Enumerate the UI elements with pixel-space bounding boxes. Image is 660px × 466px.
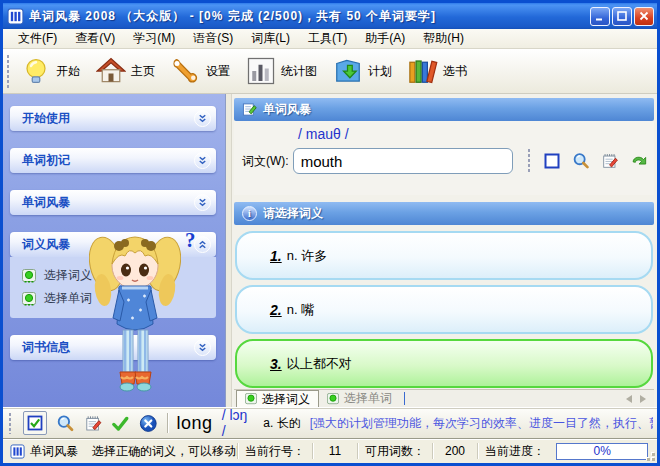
tab-label: 选择单词	[344, 390, 392, 407]
books-icon	[408, 56, 438, 86]
info-icon: i	[242, 206, 257, 221]
sidebar-splitter[interactable]	[225, 94, 232, 407]
stats-button[interactable]: 统计图	[240, 52, 327, 90]
body: 开始使用 单词初记 单词风暴	[3, 94, 657, 407]
word-phonetic: / mauθ /	[298, 126, 648, 145]
prompt-title: 请选择词义	[263, 205, 323, 222]
menu-lexicon[interactable]: 词库(L)	[242, 29, 299, 48]
maximize-icon	[616, 10, 628, 22]
meaning-options: 1. n. 许多 2. n. 嘴 3. 以上都不对	[234, 225, 654, 389]
word-field-label: 词文(W):	[242, 153, 289, 170]
group-title: 词书信息	[22, 339, 70, 356]
sidebar-header-first-memorize[interactable]: 单词初记	[10, 148, 216, 173]
chevron-up-icon[interactable]	[194, 236, 211, 253]
option-1[interactable]: 1. n. 许多	[235, 231, 653, 280]
menu-tools[interactable]: 工具(T)	[299, 29, 356, 48]
option-number: 2.	[270, 302, 282, 318]
settings-label: 设置	[206, 63, 230, 80]
tab-choose-meaning[interactable]: 选择词义	[236, 390, 319, 407]
option-3-selected[interactable]: 3. 以上都不对	[235, 339, 653, 388]
main-toolbar: 开始 主页 设置 统计图	[3, 49, 657, 94]
main-panel: 单词风暴 / mauθ / 词文(W):	[232, 94, 657, 407]
bottom-toolbar: long / lɔŋ / a. 长的 [强大的计划管理功能，每次学习的效率、进度…	[3, 407, 657, 438]
group-title: 词义风暴	[22, 236, 70, 253]
title-bar[interactable]: 单词风暴 2008 （大众版） - [0% 完成 (2/500)，共有 50 个…	[3, 3, 657, 29]
stats-label: 统计图	[281, 63, 317, 80]
lightbulb-icon	[21, 56, 51, 86]
sidebar-group-getting-started: 开始使用	[10, 106, 216, 131]
start-button[interactable]: 开始	[15, 52, 90, 90]
status-line-value: 11	[313, 439, 357, 463]
bottom-toolbar-grip[interactable]	[8, 412, 13, 434]
scroll-left-icon[interactable]	[626, 395, 632, 403]
status-app: 单词风暴	[3, 439, 85, 463]
bar-chart-icon	[246, 56, 276, 86]
tab-scroll-buttons	[626, 390, 654, 407]
minimize-icon	[594, 10, 606, 22]
mini-toolbar-grip[interactable]	[527, 148, 532, 174]
settings-button[interactable]: 设置	[165, 52, 240, 90]
option-2[interactable]: 2. n. 嘴	[235, 285, 653, 334]
start-label: 开始	[56, 63, 80, 80]
current-word-meaning: a. 长的	[263, 415, 300, 432]
notepad-edit-icon[interactable]	[601, 152, 619, 170]
status-app-name: 单词风暴	[30, 443, 78, 460]
menu-file[interactable]: 文件(F)	[9, 29, 66, 48]
choose-book-button[interactable]: 选书	[402, 52, 477, 90]
word-input[interactable]	[293, 148, 513, 174]
scroll-right-icon[interactable]	[640, 395, 646, 403]
plan-folder-icon	[333, 56, 363, 86]
toolbar-grip[interactable]	[6, 54, 11, 88]
chevron-down-icon[interactable]	[194, 110, 211, 127]
close-button[interactable]	[634, 7, 654, 26]
green-led-icon	[327, 393, 339, 405]
menu-learn[interactable]: 学习(M)	[124, 29, 184, 48]
group-title: 单词初记	[22, 152, 70, 169]
wordstorm-logo-icon	[7, 8, 24, 25]
option-text: n. 许多	[287, 247, 327, 265]
panel-title: 单词风暴	[263, 101, 311, 118]
menu-view[interactable]: 查看(V)	[66, 29, 124, 48]
current-word: long	[177, 413, 213, 434]
item-label: 选择词义	[44, 267, 92, 284]
anime-girl-mascot	[89, 222, 181, 394]
resize-grip[interactable]	[648, 439, 657, 463]
notepad-edit-icon[interactable]	[84, 414, 103, 433]
home-label: 主页	[131, 63, 155, 80]
menu-voice[interactable]: 语音(S)	[184, 29, 242, 48]
tab-choose-word[interactable]: 选择单词	[319, 390, 400, 407]
status-words-value: 200	[433, 439, 477, 463]
chevron-down-icon[interactable]	[194, 194, 211, 211]
green-check-icon[interactable]	[111, 414, 130, 433]
home-button[interactable]: 主页	[90, 52, 165, 90]
undo-arrow-icon[interactable]	[630, 152, 648, 170]
tab-cursor	[404, 392, 405, 405]
chevron-down-icon[interactable]	[194, 339, 211, 356]
option-text: 以上都不对	[287, 355, 352, 373]
green-led-icon	[22, 292, 36, 306]
checked-checkbox-button[interactable]	[23, 411, 47, 435]
green-led-icon	[245, 393, 257, 405]
help-question-mark[interactable]: ?	[185, 228, 196, 253]
chevron-down-icon[interactable]	[194, 152, 211, 169]
menu-bar: 文件(F) 查看(V) 学习(M) 语音(S) 词库(L) 工具(T) 助手(A…	[3, 29, 657, 49]
magnifier-icon[interactable]	[572, 152, 590, 170]
maximize-button[interactable]	[612, 7, 632, 26]
magnifier-icon[interactable]	[56, 414, 75, 433]
minimize-button[interactable]	[590, 7, 610, 26]
blue-close-ball-icon[interactable]	[139, 414, 158, 433]
menu-help[interactable]: 帮助(H)	[414, 29, 473, 48]
progress-value: 0%	[594, 444, 611, 458]
sidebar-header-word-storm[interactable]: 单词风暴	[10, 190, 216, 215]
option-text: n. 嘴	[287, 301, 314, 319]
plan-label: 计划	[368, 63, 392, 80]
sidebar-header-getting-started[interactable]: 开始使用	[10, 106, 216, 131]
status-bar: 单词风暴 选择正确的词义，可以移动鼠标 当前行号： 11 可用词数： 200 当…	[3, 438, 657, 463]
menu-assistant[interactable]: 助手(A)	[356, 29, 414, 48]
status-line-label: 当前行号：	[238, 439, 312, 463]
plan-button[interactable]: 计划	[327, 52, 402, 90]
checkbox-outline-icon[interactable]	[543, 152, 561, 170]
word-section: / mauθ / 词文(W):	[234, 121, 654, 195]
group-title: 开始使用	[22, 110, 70, 127]
wordstorm-logo-icon	[10, 444, 25, 459]
